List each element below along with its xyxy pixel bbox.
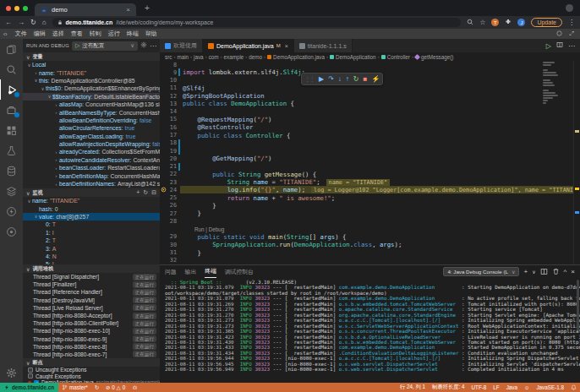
menu-item-编辑[interactable]: 编辑 — [30, 30, 49, 36]
bolt-circle-icon[interactable] — [0, 201, 23, 221]
terminal-scrollbar[interactable] — [577, 280, 579, 330]
twisty-icon[interactable]: ∨ — [26, 63, 32, 68]
code-line[interactable]: 28 — [160, 217, 580, 225]
code-line[interactable]: 27 } — [160, 210, 580, 217]
variable-row[interactable]: ∨this$0:DemoApplication$$EnhancerBySprin… — [23, 84, 160, 92]
thread-row[interactable]: Thread [http-nio-8080-exec-7]正在运行 — [23, 351, 160, 358]
code-line[interactable]: 24 log.info("{}", name);log = Logger@102… — [160, 186, 580, 193]
step-over-icon[interactable]: ↷ — [328, 76, 334, 83]
variable-row[interactable]: allowCircularReferences:true — [23, 124, 160, 132]
layers-icon[interactable] — [0, 181, 23, 201]
status-item[interactable]: JavaSE-1.8 — [533, 384, 567, 390]
kill-terminal-trash-icon[interactable] — [552, 268, 560, 275]
panel-tab-终端[interactable]: 终端 — [205, 265, 216, 278]
watch-row[interactable]: ∨value:char[8]@257 — [23, 213, 160, 220]
variables-section-header[interactable]: ∨ 变量 — [23, 52, 160, 61]
watch-section-header[interactable]: ∨ 监视 + ↻ ⊟ — [23, 188, 160, 197]
twisty-icon[interactable]: › — [53, 173, 59, 178]
code-line[interactable]: 21 — [160, 162, 580, 170]
search-icon[interactable] — [0, 59, 23, 79]
java-project-icon[interactable] — [0, 100, 23, 120]
status-item[interactable]: 行 24, 列 1 — [397, 384, 429, 391]
breadcrumb-item[interactable]: DemoApplication — [330, 54, 376, 60]
stop-icon[interactable]: ■ — [364, 76, 368, 83]
database-icon[interactable] — [0, 161, 23, 181]
breakpoint-row[interactable]: Uncaught Exceptions — [23, 367, 160, 373]
menu-item-终端[interactable]: 终端 — [123, 30, 142, 36]
code-line[interactable]: 14 — [160, 108, 580, 116]
panel-tab-问题[interactable]: 问题 — [165, 265, 177, 278]
variable-row[interactable]: allowBeanDefinitionOverriding:false — [23, 117, 160, 124]
code-line[interactable]: 20 @GetMapping("/") — [160, 155, 580, 162]
split-editor-icon[interactable] — [556, 41, 563, 50]
variable-row[interactable]: allowEagerClassLoading:true — [23, 133, 160, 140]
maximize-window-button[interactable] — [23, 6, 28, 11]
callstack-section-header[interactable]: ∨ 调用堆栈 — [23, 264, 160, 273]
twisty-icon[interactable]: › — [53, 102, 59, 107]
variable-row[interactable]: ›beanDefinitionMap:ConcurrentHashMap@141… — [23, 172, 160, 179]
code-line[interactable]: 31 } — [160, 248, 580, 256]
code-line[interactable]: 16 @RestController — [160, 123, 580, 131]
continue-icon[interactable]: ▶ — [319, 76, 324, 83]
menu-item-查看[interactable]: 查看 — [68, 30, 86, 36]
twisty-icon[interactable]: ∨ — [47, 94, 52, 99]
add-watch-icon[interactable]: + — [136, 189, 140, 196]
thread-row[interactable]: Thread [Finalizer]正在运行 — [23, 280, 160, 288]
forward-icon[interactable]: → — [18, 19, 25, 26]
breadcrumb-item[interactable]: com — [209, 54, 219, 60]
extensions-puzzle-icon[interactable] — [505, 19, 512, 27]
breadcrumb-item[interactable]: example — [224, 54, 244, 60]
code-line[interactable]: 32 — [160, 257, 580, 264]
twisty-icon[interactable]: › — [53, 157, 59, 162]
thread-row[interactable]: Thread [Live Reload Server]正在运行 — [23, 304, 160, 312]
back-icon[interactable]: ← — [5, 19, 12, 26]
watch-row[interactable]: 2:T — [23, 237, 160, 244]
notifications-bell-icon[interactable] — [567, 384, 580, 390]
breakpoints-section-header[interactable]: ∨ 断点 — [23, 358, 160, 367]
hot-code-replace-icon[interactable]: ⚡ — [371, 76, 380, 83]
watch-row[interactable]: hash:0 — [23, 204, 160, 212]
twisty-icon[interactable]: › — [33, 70, 39, 75]
watch-row[interactable]: 3:A — [23, 244, 160, 252]
home-icon[interactable]: ⌂ — [42, 19, 47, 26]
code-line[interactable]: 19 — [160, 147, 580, 155]
close-tab-icon[interactable]: × — [285, 43, 288, 49]
code-line[interactable]: 12@SpringBootApplication — [160, 92, 580, 100]
thread-row[interactable]: Thread [DestroyJavaVM]正在运行 — [23, 297, 160, 304]
watch-row[interactable]: 1:I — [23, 229, 160, 237]
status-item[interactable]: UTF-8 — [468, 384, 490, 390]
code-line[interactable]: 23 String name = "TITANIDE";name = "TITA… — [160, 178, 580, 186]
code-line[interactable]: 18 — [160, 139, 580, 147]
menu-item-文件[interactable]: 文件 — [12, 30, 30, 36]
minimap[interactable] — [543, 62, 561, 105]
step-out-icon[interactable]: ↑ — [346, 76, 349, 83]
codelens[interactable]: Run | Debug — [181, 226, 224, 232]
refresh-watch-icon[interactable]: ↻ — [143, 189, 148, 196]
variable-row[interactable]: ›alreadyCreated:Collections$SetFromMap@1… — [23, 148, 160, 155]
menu-item-帮助[interactable]: 帮助 — [142, 30, 161, 36]
beaker-icon[interactable] — [0, 140, 23, 161]
twisty-icon[interactable]: ∨ — [40, 86, 46, 91]
start-debug-icon[interactable]: ▷ — [75, 42, 79, 49]
breakpoint-row[interactable]: Caught Exceptions — [23, 373, 160, 380]
close-tab-icon[interactable]: × — [126, 6, 130, 14]
thread-row[interactable]: Thread [Signal Dispatcher]正在运行 — [23, 273, 160, 280]
address-bar[interactable]: demo.titanide.cn/ide/web/coding/demo/my-… — [52, 18, 462, 27]
breadcrumb-item[interactable]: DemoApplication.java — [267, 54, 325, 60]
breadcrumb-item[interactable]: Controller — [381, 54, 410, 60]
breakpoint-checkbox[interactable]: ✓ — [34, 380, 39, 383]
gear-icon[interactable] — [0, 362, 23, 383]
terminal-dropdown-icon[interactable]: ∨ — [532, 269, 535, 275]
browser-avatar[interactable]: J — [517, 19, 525, 26]
menu-item-转到[interactable]: 转到 — [86, 30, 105, 36]
maximize-panel-icon[interactable]: ^ — [564, 268, 567, 275]
watch-row[interactable]: ∨name:"TITANIDE" — [23, 197, 160, 204]
vscode-logo-icon[interactable]: ‹› — [3, 31, 8, 37]
variable-row[interactable]: ∨this:DemoApplication$Controller@85 — [23, 77, 160, 84]
drag-handle-icon[interactable]: ⋮⋮ — [304, 76, 315, 83]
code-line[interactable]: 26 } — [160, 202, 580, 210]
info-circle-icon[interactable] — [554, 30, 565, 37]
status-item[interactable]: 制表符长度: 4 — [429, 384, 468, 391]
variable-row[interactable]: ›allBeanNamesByType:ConcurrentHashMap@13… — [23, 108, 160, 116]
run-file-icon[interactable]: ▷ — [546, 42, 551, 50]
